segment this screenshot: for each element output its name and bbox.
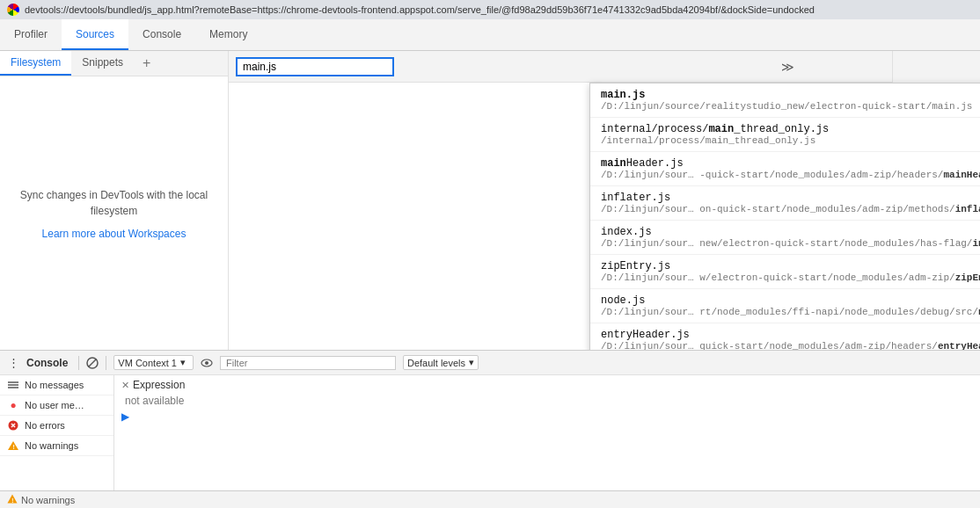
expression-value: not available (121, 395, 973, 407)
autocomplete-item-2[interactable]: mainHeader.js /D:/linjun/sour… -quick-st… (590, 152, 980, 186)
context-chevron-icon: ▾ (180, 357, 186, 368)
levels-chevron-icon: ▾ (469, 357, 474, 368)
tab-sources[interactable]: Sources (62, 19, 128, 50)
autocomplete-item-name-3: inflater.js (601, 192, 980, 204)
sidebar-tabs: Filesystem Snippets + (0, 51, 228, 76)
autocomplete-item-4[interactable]: index.js /D:/linjun/sour… new/electron-q… (590, 221, 980, 255)
context-selector[interactable]: VM Context 1 ▾ (113, 355, 194, 370)
autocomplete-item-path-7: /D:/linjun/sour… quick-start/node_module… (601, 341, 980, 350)
tab-profiler[interactable]: Profiler (0, 19, 62, 50)
tab-memory[interactable]: Memory (195, 19, 261, 50)
console-left-item-user[interactable]: ● No user me… (0, 396, 113, 416)
search-input-wrapper (236, 57, 394, 76)
warning-icon: ! (7, 439, 19, 452)
prompt-arrow-icon: ▶ (121, 410, 129, 423)
context-selector-label: VM Context 1 (118, 358, 177, 368)
eye-svg (201, 359, 213, 367)
autocomplete-item-path-5: /D:/linjun/sour… w/electron-quick-start/… (601, 272, 980, 283)
autocomplete-item-name-7: entryHeader.js (601, 329, 980, 341)
autocomplete-item-path-3: /D:/linjun/sour… on-quick-start/node_mod… (601, 204, 980, 214)
console-prompt-line: ▶ (121, 410, 973, 423)
status-bar: ! No warnings (0, 490, 980, 508)
svg-text:!: ! (13, 444, 15, 450)
autocomplete-item-path-4: /D:/linjun/sour… new/electron-quick-star… (601, 238, 980, 249)
levels-selector[interactable]: Default levels ▾ (403, 355, 479, 370)
console-dots-icon[interactable]: ⋮ (4, 353, 23, 373)
tab-console-nav[interactable]: Console (128, 19, 195, 50)
clear-svg (86, 357, 99, 369)
console-left-item-messages[interactable]: No messages (0, 375, 113, 396)
title-url: devtools://devtools/bundled/js_app.html?… (25, 4, 815, 15)
status-warnings-item: ! No warnings (7, 494, 75, 505)
autocomplete-dropdown: main.js /D:/linjun/source/realitystudio_… (589, 83, 980, 350)
console-left-item-errors[interactable]: No errors (0, 416, 113, 436)
messages-icon (7, 379, 19, 391)
autocomplete-item-name-1: internal/process/main_thread_only.js (601, 123, 980, 135)
search-input[interactable] (236, 57, 394, 76)
svg-line-1 (89, 359, 97, 366)
console-title: Console (26, 357, 68, 369)
toolbar-separator-2 (106, 356, 106, 370)
add-source-button[interactable]: + (134, 51, 159, 76)
autocomplete-item-name-5: zipEntry.js (601, 260, 980, 272)
console-toolbar: ⋮ Console VM Context 1 ▾ Default levels … (0, 351, 980, 375)
autocomplete-item-0[interactable]: main.js /D:/linjun/source/realitystudio_… (590, 83, 980, 118)
autocomplete-item-name-2: mainHeader.js (601, 157, 980, 170)
autocomplete-item-6[interactable]: node.js /D:/linjun/sour… rt/node_modules… (590, 289, 980, 323)
user-icon: ● (7, 399, 19, 411)
console-content: No messages ● No user me… No errors ! No… (0, 375, 980, 490)
expand-button[interactable]: ≫ (775, 51, 800, 83)
sidebar-tab-snippets[interactable]: Snippets (71, 51, 134, 76)
errors-label: No errors (25, 420, 65, 431)
user-label: No user me… (25, 400, 84, 410)
toolbar-separator-1 (78, 356, 79, 370)
autocomplete-item-path-0: /D:/linjun/source/realitystudio_new/elec… (601, 101, 980, 112)
autocomplete-item-5[interactable]: zipEntry.js /D:/linjun/sour… w/electron-… (590, 255, 980, 289)
title-bar: devtools://devtools/bundled/js_app.html?… (0, 0, 980, 19)
console-clear-icon[interactable] (83, 353, 102, 373)
error-icon (7, 419, 19, 432)
status-bar-items: ! No warnings (7, 494, 75, 505)
svg-point-3 (205, 361, 208, 365)
autocomplete-item-path-1: /internal/process/main_thread_only.js (601, 135, 980, 146)
autocomplete-item-1[interactable]: internal/process/main_thread_only.js /in… (590, 118, 980, 152)
autocomplete-item-name-0: main.js (601, 89, 980, 101)
autocomplete-item-name-6: node.js (601, 294, 980, 307)
console-right-panel: ✕ Expression not available ▶ (114, 375, 980, 490)
status-warning-icon: ! (7, 494, 18, 505)
messages-label: No messages (25, 380, 84, 390)
expression-close-button[interactable]: ✕ (121, 380, 129, 391)
autocomplete-item-3[interactable]: inflater.js /D:/linjun/sour… on-quick-st… (590, 186, 980, 221)
expression-label: Expression (133, 379, 185, 391)
sidebar: Filesystem Snippets + Sync changes in De… (0, 51, 229, 350)
console-area: ⋮ Console VM Context 1 ▾ Default levels … (0, 350, 980, 490)
autocomplete-item-name-4: index.js (601, 226, 980, 238)
main-area: Filesystem Snippets + Sync changes in De… (0, 51, 980, 350)
autocomplete-item-7[interactable]: entryHeader.js /D:/linjun/sour… quick-st… (590, 323, 980, 350)
svg-text:!: ! (11, 497, 13, 504)
eye-icon[interactable] (197, 353, 216, 373)
sidebar-content: Sync changes in DevTools with the local … (0, 76, 228, 350)
sidebar-tab-filesystem[interactable]: Filesystem (0, 51, 71, 76)
sidebar-empty-state-text: Sync changes in DevTools with the local … (18, 187, 210, 219)
levels-label: Default levels (407, 358, 465, 368)
top-nav: Profiler Sources Console Memory (0, 19, 980, 51)
warnings-label: No warnings (25, 440, 78, 451)
status-warnings-label: No warnings (21, 495, 75, 505)
console-left-item-warnings[interactable]: ! No warnings (0, 436, 113, 456)
workspace-link[interactable]: Learn more about Workspaces (42, 228, 186, 240)
autocomplete-item-path-2: /D:/linjun/sour… -quick-start/node_modul… (601, 170, 980, 180)
expression-tab: ✕ Expression (121, 379, 973, 391)
favicon-icon (7, 4, 19, 16)
console-left-panel: No messages ● No user me… No errors ! No… (0, 375, 114, 490)
filter-input[interactable] (220, 356, 396, 370)
center-area: main.js /D:/linjun/source/realitystudio_… (229, 51, 892, 350)
autocomplete-item-path-6: /D:/linjun/sour… rt/node_modules/ffi-nap… (601, 307, 980, 317)
